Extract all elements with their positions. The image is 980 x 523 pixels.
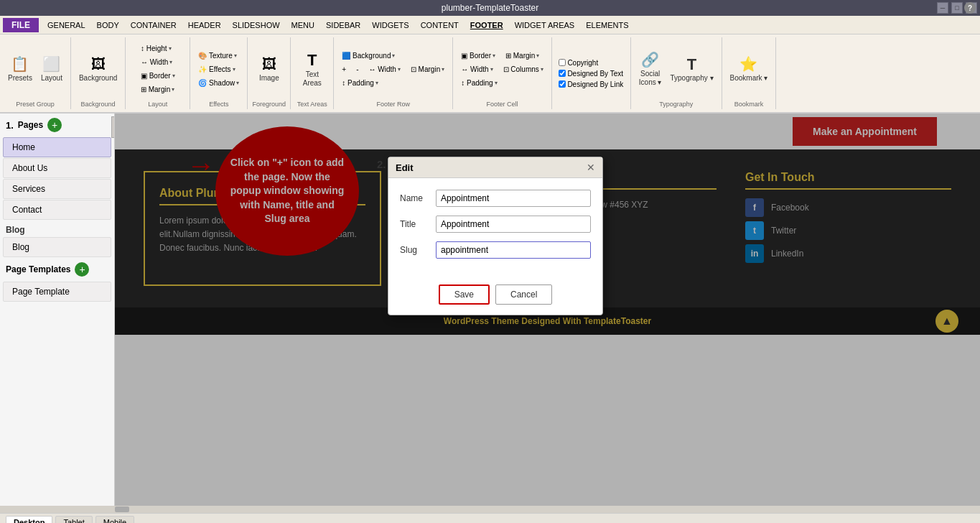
toolbar-preset-group: 📋 Presets ⬜ Layout Preset Group — [0, 37, 71, 109]
typography-btn[interactable]: T Typography ▾ — [666, 53, 717, 85]
bottom-bar: Desktop Tablet Mobile — [0, 513, 980, 523]
dialog-footer: Save Cancel — [388, 279, 602, 315]
preset-group-label: Preset Group — [16, 101, 55, 108]
presets-btn[interactable]: 📋 Presets — [4, 39, 36, 99]
sidebar-item-blog[interactable]: Blog — [3, 237, 111, 257]
text-areas-btn[interactable]: T TextAreas — [298, 39, 327, 99]
sidebar-item-page-template[interactable]: Page Template — [3, 282, 111, 302]
footer-padding-btn[interactable]: ↕ Padding ▾ — [338, 77, 381, 89]
help-button[interactable]: ? — [964, 2, 976, 14]
desktop-tab[interactable]: Desktop — [6, 516, 52, 524]
layout-btn[interactable]: ⬜ Layout — [37, 39, 66, 99]
cell-width-btn[interactable]: ↔ Width ▾ — [457, 63, 496, 75]
title-input[interactable] — [436, 216, 591, 233]
footer-remove-btn[interactable]: - — [353, 63, 362, 75]
image-btn[interactable]: 🖼 Image — [255, 39, 284, 99]
footer-cell-label: Footer Cell — [486, 101, 518, 108]
templates-label: Page Templates — [6, 264, 70, 274]
width-btn[interactable]: ↔ Width ▾ — [137, 56, 176, 68]
dialog-close-btn[interactable]: ✕ — [587, 162, 595, 173]
menu-slideshow[interactable]: SLIDESHOW — [227, 19, 286, 32]
dialog-title: Edit — [396, 162, 414, 173]
menu-elements[interactable]: ELEMENTS — [580, 19, 634, 32]
designed-by-text-label: Designed By Text — [567, 70, 623, 78]
name-input[interactable] — [436, 190, 591, 207]
menu-sidebar[interactable]: SIDEBAR — [320, 19, 366, 32]
typography-group-label: Typography — [659, 101, 693, 108]
texture-btn[interactable]: 🎨 Texture ▾ — [195, 50, 240, 62]
menu-body[interactable]: BODY — [91, 19, 125, 32]
menu-widget-areas[interactable]: WIDGET AREAS — [509, 19, 581, 32]
copyright-checkbox[interactable] — [559, 59, 566, 66]
shadow-btn[interactable]: 🌀 Shadow ▾ — [195, 77, 243, 89]
slug-field-row: Slug — [400, 241, 591, 259]
mobile-tab[interactable]: Mobile — [95, 516, 134, 524]
save-btn[interactable]: Save — [439, 284, 490, 305]
menu-menu[interactable]: MENU — [286, 19, 320, 32]
horizontal-scrollbar[interactable] — [0, 506, 980, 513]
bookmark-btn[interactable]: ⭐ Bookmark ▾ — [727, 39, 772, 99]
toolbar-footer-cell-group: ▣ Border ▾ ⊞ Margin ▾ ↔ Width ▾ ⊡ Column… — [453, 37, 552, 109]
toolbar-bookmark-group: ⭐ Bookmark ▾ Bookmark — [722, 37, 777, 109]
image-icon: 🖼 — [262, 56, 276, 73]
footer-add-btn[interactable]: + — [338, 63, 350, 75]
typography-icon: T — [687, 55, 696, 74]
cell-margin-btn[interactable]: ⊞ Margin ▾ — [502, 50, 543, 62]
name-field-row: Name — [400, 190, 591, 207]
designed-by-link-checkbox[interactable] — [559, 80, 566, 88]
toolbar-textareas-group: T TextAreas Text Areas — [291, 37, 334, 109]
copyright-label: Copyright — [567, 59, 598, 67]
minimize-btn[interactable]: ─ — [937, 2, 948, 14]
dialog-title-bar: Edit ✕ — [388, 157, 602, 178]
title-label: Title — [400, 219, 429, 229]
sidebar-item-about[interactable]: About Us — [3, 158, 111, 178]
step1-num: 1. — [6, 120, 14, 131]
bookmark-icon: ⭐ — [739, 55, 757, 73]
menu-container[interactable]: CONTAINER — [125, 19, 182, 32]
maximize-btn[interactable]: □ — [951, 2, 963, 14]
copyright-checkbox-row[interactable]: Copyright — [559, 59, 598, 67]
social-icons-btn[interactable]: 🔗 SocialIcons ▾ — [635, 49, 666, 89]
layout-icon: ⬜ — [42, 55, 60, 73]
background-btn[interactable]: 🖼 Background — [75, 39, 121, 99]
sidebar-item-home[interactable]: Home — [3, 137, 111, 157]
menu-general[interactable]: GENERAL — [42, 19, 91, 32]
toolbar: 📋 Presets ⬜ Layout Preset Group 🖼 Backgr… — [0, 34, 980, 114]
designed-by-text-checkbox[interactable] — [559, 70, 566, 77]
presets-icon: 📋 — [11, 55, 29, 73]
content-area: Click on "+" icon to add the page. Now t… — [115, 114, 980, 506]
background-group-label: Background — [81, 101, 116, 108]
slug-input[interactable] — [436, 241, 591, 259]
footer-background-btn[interactable]: 🟦 Background ▾ — [338, 50, 398, 62]
tablet-tab[interactable]: Tablet — [55, 516, 92, 524]
cancel-btn[interactable]: Cancel — [495, 284, 552, 305]
title-field-row: Title — [400, 216, 591, 233]
border-btn[interactable]: ▣ Border ▾ — [137, 70, 179, 82]
add-template-btn[interactable]: + — [75, 262, 89, 277]
margin-btn[interactable]: ⊞ Margin ▾ — [137, 83, 178, 96]
left-sidebar: ◀ 1. Pages + Home About Us Services Cont… — [0, 114, 115, 506]
main-layout: ◀ 1. Pages + Home About Us Services Cont… — [0, 114, 980, 506]
file-menu[interactable]: FILE — [3, 18, 39, 32]
background-icon: 🖼 — [91, 56, 106, 73]
sidebar-item-services[interactable]: Services — [3, 179, 111, 199]
menu-content[interactable]: CONTENT — [415, 19, 465, 32]
footer-margin-btn[interactable]: ⊡ Margin ▾ — [407, 63, 448, 75]
height-btn[interactable]: ↕ Height ▾ — [137, 42, 175, 55]
designed-by-link-row[interactable]: Designed By Link — [559, 80, 623, 88]
menu-header[interactable]: HEADER — [182, 19, 227, 32]
effects-group-label: Effects — [209, 101, 228, 108]
toolbar-layout-group: ↕ Height ▾ ↔ Width ▾ ▣ Border ▾ ⊞ Margin… — [126, 37, 190, 109]
layout-group-label: Layout — [148, 101, 167, 108]
sidebar-item-contact[interactable]: Contact — [3, 200, 111, 220]
menu-footer[interactable]: FOOTER — [465, 19, 509, 32]
cell-columns-btn[interactable]: ⊡ Columns ▾ — [500, 63, 547, 75]
cell-border-btn[interactable]: ▣ Border ▾ — [457, 50, 499, 62]
add-page-btn[interactable]: + — [47, 118, 62, 132]
effects-btn[interactable]: ✨ Effects ▾ — [195, 63, 238, 75]
designed-by-text-row[interactable]: Designed By Text — [559, 70, 623, 78]
menu-widgets[interactable]: WIDGETS — [366, 19, 414, 32]
title-bar: plumber-TemplateToaster ─ □ ✕ — [0, 0, 980, 16]
footer-width-btn[interactable]: ↔ Width ▾ — [365, 63, 404, 75]
cell-padding-btn[interactable]: ↕ Padding ▾ — [457, 77, 500, 89]
